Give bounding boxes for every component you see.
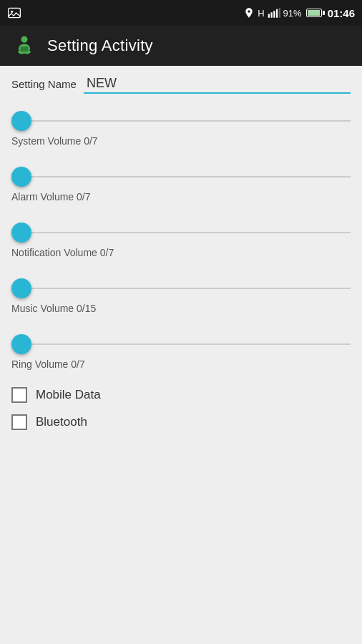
svg-rect-0	[9, 8, 21, 17]
battery-icon	[306, 9, 322, 17]
alarm-volume-section: Alarm Volume 0/7	[0, 152, 362, 208]
mobile-data-checkbox-row[interactable]: Mobile Data	[0, 381, 362, 409]
system-volume-thumb[interactable]	[11, 111, 31, 131]
notification-volume-label: Notification Volume 0/7	[11, 247, 351, 258]
content-area: Setting Name System Volume 0/7 Alarm Vol…	[0, 66, 362, 644]
alarm-volume-thumb[interactable]	[11, 167, 31, 187]
svg-rect-2	[268, 14, 269, 18]
app-bar: Setting Activity	[0, 26, 362, 66]
setting-name-input[interactable]	[84, 74, 351, 94]
notification-volume-section: Notification Volume 0/7	[0, 208, 362, 264]
app-bar-title: Setting Activity	[47, 36, 153, 55]
alarm-icon	[243, 7, 255, 19]
music-volume-slider[interactable]	[11, 278, 351, 298]
alarm-volume-slider[interactable]	[11, 167, 351, 187]
bluetooth-checkbox-row[interactable]: Bluetooth	[0, 409, 362, 436]
sliders-container: System Volume 0/7 Alarm Volume 0/7 Notif…	[0, 97, 362, 376]
svg-rect-6	[278, 8, 280, 18]
ring-volume-label: Ring Volume 0/7	[11, 358, 351, 370]
status-bar: H 91% 01:46	[0, 0, 362, 26]
app-icon	[11, 33, 37, 59]
svg-rect-5	[276, 9, 278, 18]
status-icons-right: H 91% 01:46	[243, 7, 355, 19]
data-type-indicator: H	[258, 8, 264, 19]
ring-volume-slider[interactable]	[11, 334, 351, 354]
music-volume-section: Music Volume 0/15	[0, 264, 362, 320]
ring-volume-thumb[interactable]	[11, 334, 31, 354]
system-volume-slider[interactable]	[11, 111, 351, 131]
status-time: 01:46	[328, 7, 355, 19]
alarm-volume-track[interactable]	[30, 176, 351, 177]
svg-rect-9	[21, 47, 29, 52]
notification-volume-track[interactable]	[30, 232, 351, 233]
notification-volume-thumb[interactable]	[11, 223, 31, 243]
bluetooth-checkbox[interactable]	[11, 414, 27, 430]
mobile-data-label: Mobile Data	[36, 388, 101, 402]
system-volume-label: System Volume 0/7	[11, 135, 351, 147]
ring-volume-section: Ring Volume 0/7	[0, 320, 362, 376]
status-bar-left-icons	[7, 6, 21, 20]
ring-volume-track[interactable]	[30, 343, 351, 345]
mobile-data-checkbox[interactable]	[11, 387, 27, 403]
image-icon	[7, 6, 21, 20]
setting-name-label: Setting Name	[11, 78, 77, 90]
setting-name-row: Setting Name	[0, 66, 362, 97]
music-volume-track[interactable]	[30, 288, 351, 289]
svg-point-1	[11, 11, 13, 13]
bluetooth-label: Bluetooth	[36, 415, 87, 429]
svg-rect-3	[270, 12, 272, 18]
music-volume-thumb[interactable]	[11, 278, 31, 298]
system-volume-track[interactable]	[30, 120, 351, 122]
notification-volume-slider[interactable]	[11, 223, 351, 243]
alarm-volume-label: Alarm Volume 0/7	[11, 191, 351, 203]
svg-point-7	[21, 36, 28, 43]
battery-percent: 91%	[283, 8, 302, 19]
system-volume-section: System Volume 0/7	[0, 97, 362, 152]
signal-icon	[268, 7, 280, 19]
music-volume-label: Music Volume 0/15	[11, 303, 351, 314]
svg-rect-4	[273, 11, 275, 18]
